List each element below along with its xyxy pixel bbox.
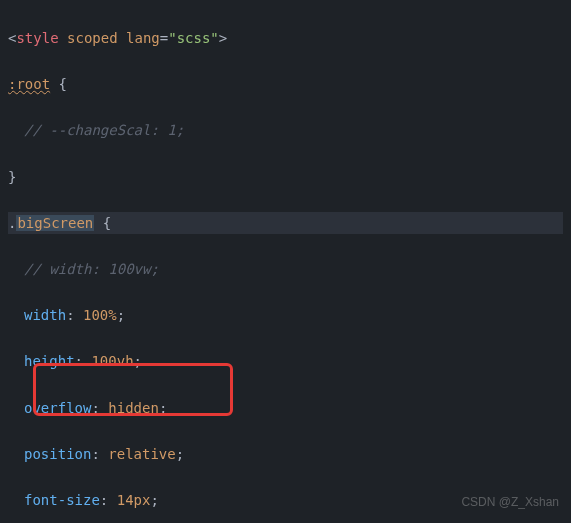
code-line: overflow: hidden;	[8, 397, 563, 420]
code-line-active: .bigScreen {	[8, 212, 563, 235]
code-line: width: 100%;	[8, 304, 563, 327]
highlighted-selector: bigScreen	[16, 215, 94, 231]
code-editor[interactable]: <style scoped lang="scss"> :root { // --…	[0, 0, 571, 523]
code-line: :root {	[8, 73, 563, 96]
watermark-text: CSDN @Z_Xshan	[461, 493, 559, 513]
code-line: }	[8, 166, 563, 189]
code-line: height: 100vh;	[8, 350, 563, 373]
code-line: position: relative;	[8, 443, 563, 466]
code-line: <style scoped lang="scss">	[8, 27, 563, 50]
code-line: // width: 100vw;	[8, 258, 563, 281]
code-line: // --changeScal: 1;	[8, 119, 563, 142]
